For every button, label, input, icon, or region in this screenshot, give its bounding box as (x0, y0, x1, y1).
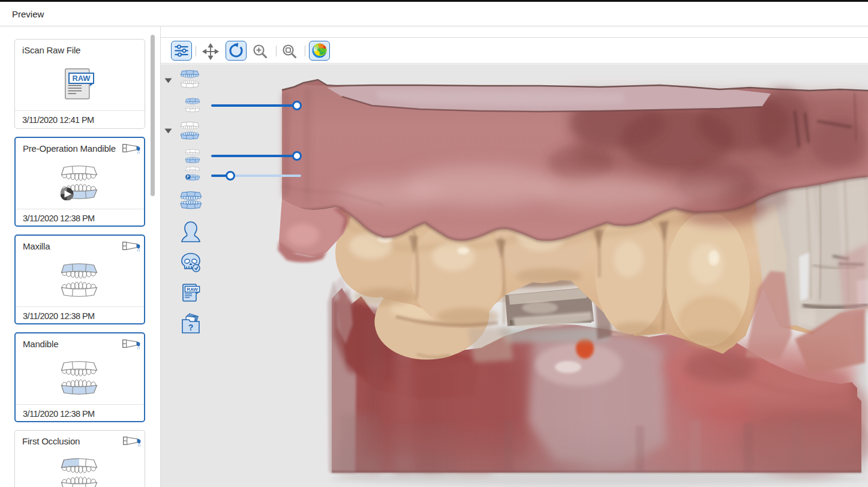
svg-text:RAW: RAW (73, 74, 91, 83)
svg-text:RAW: RAW (187, 287, 198, 292)
svg-text:?: ? (188, 323, 194, 332)
